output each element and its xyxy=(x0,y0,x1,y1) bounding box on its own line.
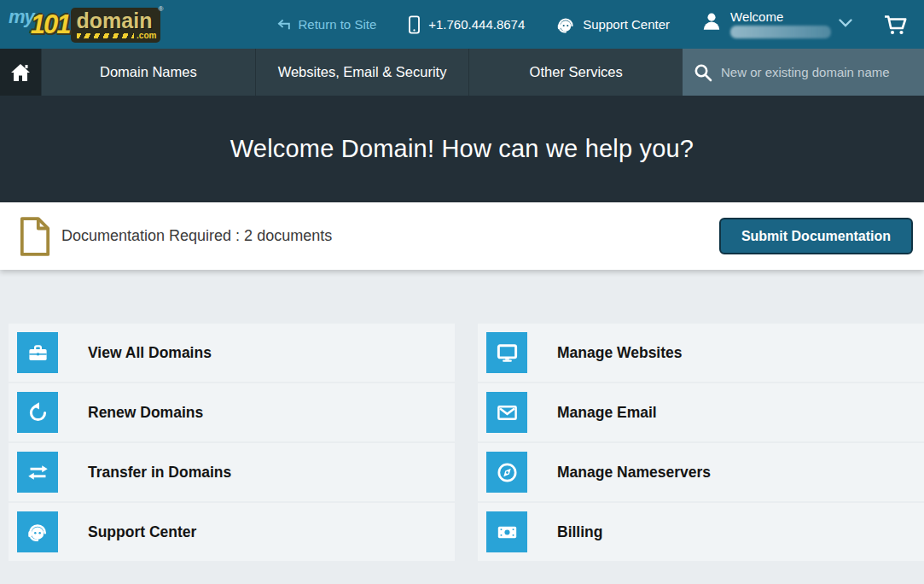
home-icon xyxy=(10,63,31,82)
quicklink-manage-websites[interactable]: Manage Websites xyxy=(478,324,924,382)
search-icon xyxy=(693,62,713,83)
quick-links: View All Domains Renew Domains Trans xyxy=(0,324,924,563)
logo-hazard-stripes xyxy=(77,33,135,38)
support-center-label: Support Center xyxy=(583,17,670,32)
transfer-arrows-icon xyxy=(17,452,58,493)
logo-number: 101 xyxy=(31,9,70,40)
documentation-bar: Documentation Required : 2 documents Sub… xyxy=(0,202,924,270)
return-arrow-icon xyxy=(276,16,292,32)
logo-prefix: my xyxy=(9,6,34,28)
headset-icon xyxy=(555,15,576,35)
nav-home-tab[interactable] xyxy=(0,49,41,96)
documentation-message: Documentation Required : 2 documents xyxy=(61,227,332,245)
hero-title: Welcome Domain! How can we help you? xyxy=(230,135,694,163)
quick-links-right-column: Manage Websites Manage Email Manage Name… xyxy=(478,324,924,563)
briefcase-icon xyxy=(17,332,58,373)
user-menu[interactable]: Welcome xyxy=(700,10,852,38)
return-to-site-link[interactable]: Return to Site xyxy=(276,16,377,32)
quicklink-manage-nameservers[interactable]: Manage Nameservers xyxy=(478,443,924,501)
quicklink-transfer-in-domains[interactable]: Transfer in Domains xyxy=(9,443,455,501)
document-icon xyxy=(19,216,51,257)
renew-arrow-icon xyxy=(17,392,58,433)
phone-link[interactable]: +1.760.444.8674 xyxy=(407,15,525,34)
cart-button[interactable] xyxy=(883,14,909,36)
logo-domain-box: domain ® .com xyxy=(71,8,161,43)
envelope-icon xyxy=(486,392,527,433)
phone-number: +1.760.444.8674 xyxy=(428,17,525,32)
return-to-site-label: Return to Site xyxy=(299,17,377,32)
logo-tld: .com xyxy=(137,31,156,40)
banknote-icon xyxy=(486,511,527,552)
user-name-redacted xyxy=(730,26,831,38)
submit-documentation-button[interactable]: Submit Documentation xyxy=(719,218,913,254)
cart-icon xyxy=(883,14,909,36)
logo[interactable]: my 101 domain ® .com xyxy=(9,3,160,47)
quicklink-billing[interactable]: Billing xyxy=(478,503,924,561)
nav-websites-email-security[interactable]: Websites, Email & Security xyxy=(255,49,469,96)
quicklink-manage-email[interactable]: Manage Email xyxy=(478,383,924,441)
header-links: Return to Site +1.760.444.8674 Support C… xyxy=(276,10,909,38)
nav-domain-names[interactable]: Domain Names xyxy=(41,49,255,96)
hero-banner: Welcome Domain! How can we help you? xyxy=(0,96,924,202)
monitor-icon xyxy=(486,332,527,373)
support-center-link[interactable]: Support Center xyxy=(555,15,670,35)
top-header: my 101 domain ® .com Return to Site +1.7… xyxy=(0,0,924,49)
quicklink-view-all-domains[interactable]: View All Domains xyxy=(9,324,455,382)
smartphone-icon xyxy=(407,15,421,34)
headset-icon xyxy=(17,511,58,552)
user-icon xyxy=(700,10,723,32)
welcome-label: Welcome xyxy=(730,10,831,23)
domain-search-input[interactable] xyxy=(721,65,914,79)
quicklink-support-center[interactable]: Support Center xyxy=(9,503,455,561)
chevron-down-icon xyxy=(839,19,852,27)
quicklink-renew-domains[interactable]: Renew Domains xyxy=(9,383,455,441)
registered-mark: ® xyxy=(159,5,164,13)
compass-icon xyxy=(486,452,527,493)
domain-search[interactable] xyxy=(683,49,924,96)
quick-links-left-column: View All Domains Renew Domains Trans xyxy=(9,324,455,563)
main-nav: Domain Names Websites, Email & Security … xyxy=(0,49,924,96)
nav-other-services[interactable]: Other Services xyxy=(468,49,683,96)
logo-word: domain xyxy=(77,9,153,32)
